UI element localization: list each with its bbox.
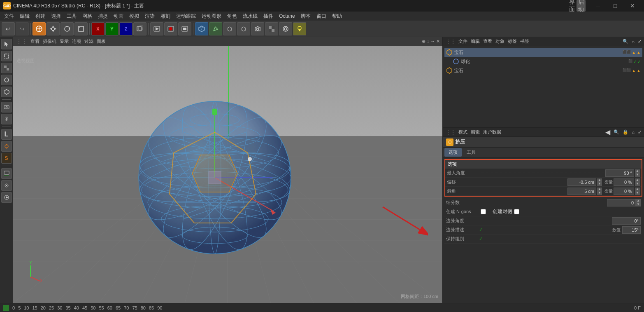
menu-animation[interactable]: 动画 (111, 12, 126, 21)
lt-anchor[interactable] (1, 114, 12, 124)
attr-arrow[interactable]: ◀ (605, 128, 610, 136)
lt-render[interactable] (1, 192, 12, 203)
subdivisions-down[interactable]: ▼ (636, 203, 641, 206)
attr-mode[interactable]: 模式 (458, 129, 467, 135)
record-button[interactable] (164, 22, 177, 35)
lt-camera[interactable] (1, 102, 12, 113)
axis-x-button[interactable]: X (91, 22, 105, 35)
menu-mesh[interactable]: 网格 (80, 12, 95, 21)
tab-options[interactable]: 选项 (444, 148, 462, 157)
edge-angle-input[interactable] (612, 217, 641, 225)
hair-button[interactable]: ⬡ (237, 22, 250, 35)
subdivisions-input[interactable] (607, 199, 636, 206)
bevel-var-input[interactable] (614, 188, 634, 195)
scene-object[interactable]: 对象 (495, 38, 505, 45)
menu-create[interactable]: 创建 (33, 12, 48, 21)
lt-box-select[interactable] (1, 51, 12, 61)
lt-select2[interactable] (1, 75, 12, 85)
menu-pipeline[interactable]: 流水线 (240, 12, 260, 21)
axis-z-button[interactable]: Z (119, 22, 133, 35)
render-settings-button[interactable] (279, 22, 292, 35)
light-button[interactable] (293, 22, 306, 35)
attr-home[interactable]: ⌂ (632, 130, 635, 135)
move-button[interactable] (46, 22, 60, 35)
scene-expand[interactable]: ⤢ (638, 39, 642, 44)
menu-script[interactable]: 脚本 (298, 12, 313, 21)
stop-button[interactable] (178, 22, 191, 35)
scale-button[interactable] (74, 22, 88, 35)
offset-var-down[interactable]: ▼ (635, 182, 640, 186)
menu-render[interactable]: 渲染 (142, 12, 157, 21)
axis-y-button[interactable]: Y (105, 22, 119, 35)
scene-item-spherify[interactable]: 球化 ⬛ ✓ ✓ (444, 57, 642, 66)
scene-home[interactable]: ⌂ (632, 39, 635, 44)
vp-connect[interactable]: 连项 (72, 38, 81, 45)
scene-edit[interactable]: 编辑 (471, 38, 480, 45)
menu-character[interactable]: 角色 (225, 12, 239, 21)
camera-button[interactable] (251, 22, 264, 35)
menu-plugin[interactable]: 插件 (261, 12, 276, 21)
material-button[interactable]: ⬡ (223, 22, 236, 35)
lt-transform[interactable] (1, 141, 12, 152)
menu-sculpt[interactable]: 雕刻 (158, 12, 173, 21)
lt-paint[interactable] (1, 168, 12, 179)
lt-box[interactable] (1, 87, 12, 97)
offset-input[interactable] (567, 178, 596, 186)
menu-window[interactable]: 窗口 (314, 12, 329, 21)
create-opposite-checkbox[interactable] (514, 209, 519, 214)
menu-help[interactable]: 帮助 (330, 12, 344, 21)
bevel-down[interactable]: ▼ (597, 191, 602, 195)
viewport[interactable]: ⋮⋮ 查看 摄像机 显示 连项 过滤 面板 ⊕ ↕ → ✕ (13, 37, 442, 303)
tab-tools[interactable]: 工具 (463, 148, 480, 157)
bevel-input[interactable] (567, 188, 596, 195)
menu-octane[interactable]: Octane (277, 12, 298, 20)
ngons-checkbox[interactable] (481, 209, 486, 214)
attr-lock[interactable]: 🔒 (623, 129, 628, 135)
lt-settings[interactable] (1, 180, 12, 191)
select-button[interactable] (33, 22, 46, 35)
pen-button[interactable] (209, 22, 222, 35)
bevel-var-down[interactable]: ▼ (635, 191, 640, 195)
edge-desc-val-input[interactable] (622, 226, 641, 234)
offset-down[interactable]: ▼ (597, 182, 602, 186)
menu-select[interactable]: 选择 (49, 12, 63, 21)
minimize-button[interactable]: ─ (590, 0, 606, 12)
checker-button[interactable] (265, 22, 278, 35)
cube-button[interactable] (195, 22, 208, 35)
close-button[interactable]: ✕ (624, 0, 641, 12)
vp-filter[interactable]: 过滤 (84, 38, 93, 45)
menu-mograph[interactable]: 运动图形 (199, 12, 224, 21)
rotate-button[interactable] (60, 22, 74, 35)
scene-bookmark[interactable]: 书签 (520, 38, 529, 45)
max-angle-down[interactable]: ▼ (635, 173, 640, 177)
redo-button[interactable]: ↪ (16, 22, 29, 35)
menu-file[interactable]: 文件 (2, 12, 16, 21)
menu-simulate[interactable]: 模拟 (127, 12, 142, 21)
scene-item-gem1[interactable]: 宝石 ⬛⬛ ▲ ▲ (444, 48, 642, 57)
vp-display[interactable]: 显示 (60, 38, 69, 45)
world-coord-button[interactable] (133, 22, 146, 35)
menu-tools[interactable]: 工具 (64, 12, 79, 21)
scene-tag[interactable]: 标签 (508, 38, 517, 45)
undo-button[interactable]: ↩ (2, 22, 15, 35)
offset-var-input[interactable] (614, 178, 634, 186)
scene-file[interactable]: 文件 (458, 38, 467, 45)
scene-item-gem2[interactable]: 宝石 ⬛⬛ ▲ ▲ (444, 66, 642, 75)
lt-checker[interactable] (1, 63, 12, 73)
attr-edit[interactable]: 编辑 (471, 129, 480, 135)
vp-camera[interactable]: 摄像机 (43, 38, 56, 45)
scene-search[interactable]: 🔍 (623, 39, 628, 44)
scene-view[interactable]: 查看 (483, 38, 492, 45)
vp-view[interactable]: 查看 (30, 38, 40, 45)
attr-user-data[interactable]: 用户数据 (483, 129, 501, 135)
lt-cursor[interactable] (1, 39, 12, 49)
attr-search[interactable]: 🔍 (614, 129, 619, 135)
lt-s-label[interactable]: S (1, 153, 12, 164)
play-button[interactable] (150, 22, 163, 35)
lt-line[interactable]: L (1, 129, 12, 140)
maximize-button[interactable]: □ (607, 0, 623, 12)
vp-panel[interactable]: 面板 (97, 38, 106, 45)
menu-motion-tracking[interactable]: 运动跟踪 (174, 12, 198, 21)
menu-edit[interactable]: 编辑 (17, 12, 32, 21)
menu-snap[interactable]: 捕捉 (95, 12, 110, 21)
